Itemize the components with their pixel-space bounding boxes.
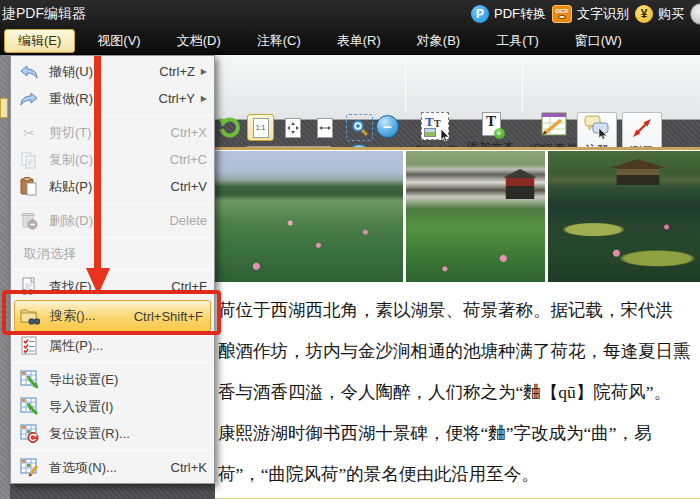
properties-icon <box>17 336 41 356</box>
preferences-icon <box>17 458 41 478</box>
pdf-convert-label: PDF转换 <box>494 5 546 23</box>
undo-icon <box>17 62 41 82</box>
ocr-icon: OCR <box>552 5 572 23</box>
fit-width-button[interactable] <box>311 114 338 141</box>
title-bar: 捷PDF编辑器 P PDF转换 OCR 文字识别 ¥ 购买 <box>0 0 700 27</box>
reset-settings-icon <box>17 424 41 444</box>
doc-text-line: 香与酒香四溢，令人陶醉，人们称之为“麯【qū】院荷风”。 <box>218 372 700 413</box>
comment-icon <box>584 115 610 139</box>
menu-edit[interactable]: 编辑(E) <box>4 29 75 53</box>
account-icon[interactable] <box>690 3 700 25</box>
magnifier-icon <box>351 119 369 137</box>
fit-page-icon <box>285 118 301 138</box>
menu-item-redo[interactable]: 重做(R) Ctrl+Y ▶ <box>11 85 214 112</box>
edit-form-icon <box>541 112 568 138</box>
import-settings-icon <box>17 397 41 417</box>
menu-window[interactable]: 窗口(W) <box>561 29 636 53</box>
marquee-zoom-button[interactable] <box>346 114 373 141</box>
document-text: 荷位于西湖西北角，素以湖景、荷景著称。据记载，宋代洪 酿酒作坊，坊内与金沙涧相通… <box>218 290 700 495</box>
menu-document[interactable]: 文档(D) <box>163 29 235 53</box>
window-left-edge <box>0 55 10 499</box>
annotation-arrow-head-icon <box>86 268 110 295</box>
lotus-lake-photo <box>215 151 403 282</box>
menu-form[interactable]: 表单(R) <box>323 29 395 53</box>
fit-page-button[interactable] <box>279 114 306 141</box>
ocr-button[interactable]: OCR 文字识别 <box>552 5 629 23</box>
actual-size-button[interactable]: 1:1 <box>247 114 274 141</box>
menu-item-preferences[interactable]: 首选项(N)... Ctrl+K <box>11 454 214 481</box>
buy-label: 购买 <box>658 5 684 23</box>
rotate-ccw-icon <box>218 117 240 139</box>
scissors-icon: ✂ <box>17 123 41 143</box>
redo-icon <box>17 89 41 109</box>
export-settings-icon <box>17 370 41 390</box>
menu-separator <box>13 269 212 270</box>
menu-item-import-settings[interactable]: 导入设置(I) <box>11 393 214 420</box>
edit-menu-dropdown: 撤销(U) Ctrl+Z ▶ 重做(R) Ctrl+Y ▶ ✂ 剪切(T) Ct… <box>10 55 215 484</box>
menu-separator <box>13 362 212 363</box>
photo-row <box>215 151 700 282</box>
doc-text-line: 康熙游湖时御书西湖十景碑，便将“麯”字改成为“曲”，易 <box>218 413 700 454</box>
menu-tools[interactable]: 工具(T) <box>482 29 553 53</box>
measure-icon <box>630 116 654 140</box>
rotate-ccw-button[interactable] <box>216 115 242 141</box>
edit-content-icon: TT <box>421 112 449 140</box>
menu-view[interactable]: 视图(V) <box>83 29 154 53</box>
menu-comment[interactable]: 注释(C) <box>243 29 315 53</box>
menu-item-copy[interactable]: 复制(C) Ctrl+C <box>11 146 214 173</box>
menu-separator <box>13 450 212 451</box>
menu-item-reset-settings[interactable]: 复位设置(R)... <box>11 420 214 447</box>
document-page[interactable]: 荷位于西湖西北角，素以湖景、荷景著称。据记载，宋代洪 酿酒作坊，坊内与金沙涧相通… <box>215 147 700 499</box>
paste-icon <box>17 177 41 197</box>
menu-object[interactable]: 对象(B) <box>403 29 474 53</box>
partially-hidden-toolbar-button <box>0 98 8 118</box>
lotus-pavilion-photo <box>406 151 545 282</box>
menu-item-deselect[interactable]: 取消选择 <box>11 241 214 266</box>
annotation-highlight-box <box>2 290 221 335</box>
pdf-convert-button[interactable]: P PDF转换 <box>471 5 546 23</box>
zoom-out-button[interactable]: − <box>376 115 399 138</box>
zoom-out-icon: − <box>376 115 399 138</box>
menu-item-export-settings[interactable]: 导出设置(E) <box>11 366 214 393</box>
doc-text-line: 荷”，“曲院风荷”的景名便由此沿用至今。 <box>218 454 700 495</box>
menu-item-properties[interactable]: 属性(P)... <box>11 332 214 359</box>
submenu-arrow-icon: ▶ <box>195 67 207 76</box>
menu-bar: 编辑(E) 视图(V) 文档(D) 注释(C) 表单(R) 对象(B) 工具(T… <box>0 27 700 55</box>
copy-icon <box>17 150 41 170</box>
doc-text-line: 荷位于西湖西北角，素以湖景、荷景著称。据记载，宋代洪 <box>218 290 700 331</box>
menu-item-paste[interactable]: 粘贴(P) Ctrl+V <box>11 173 214 200</box>
lotus-pond-dusk-photo <box>548 151 700 282</box>
submenu-arrow-icon: ▶ <box>195 94 207 103</box>
fit-width-icon <box>317 118 333 138</box>
menu-separator <box>13 203 212 204</box>
buy-button[interactable]: ¥ 购买 <box>635 5 684 23</box>
menu-item-delete[interactable]: 删除(D) Delete <box>11 207 214 234</box>
menu-item-cut[interactable]: ✂ 剪切(T) Ctrl+X <box>11 119 214 146</box>
annotation-arrow-line <box>94 56 101 268</box>
actual-size-icon: 1:1 <box>253 118 269 138</box>
doc-text-line: 酿酒作坊，坊内与金沙涧相通的池塘种满了荷花，每逢夏日熏 <box>218 331 700 372</box>
yen-icon: ¥ <box>635 5 653 23</box>
menu-item-undo[interactable]: 撤销(U) Ctrl+Z ▶ <box>11 58 214 85</box>
trash-icon <box>17 211 41 231</box>
menu-separator <box>13 237 212 238</box>
menu-separator <box>13 115 212 116</box>
ocr-label: 文字识别 <box>577 5 629 23</box>
pdf-convert-icon: P <box>471 5 489 23</box>
app-title: 捷PDF编辑器 <box>0 5 86 23</box>
add-text-icon: T + <box>482 112 501 136</box>
